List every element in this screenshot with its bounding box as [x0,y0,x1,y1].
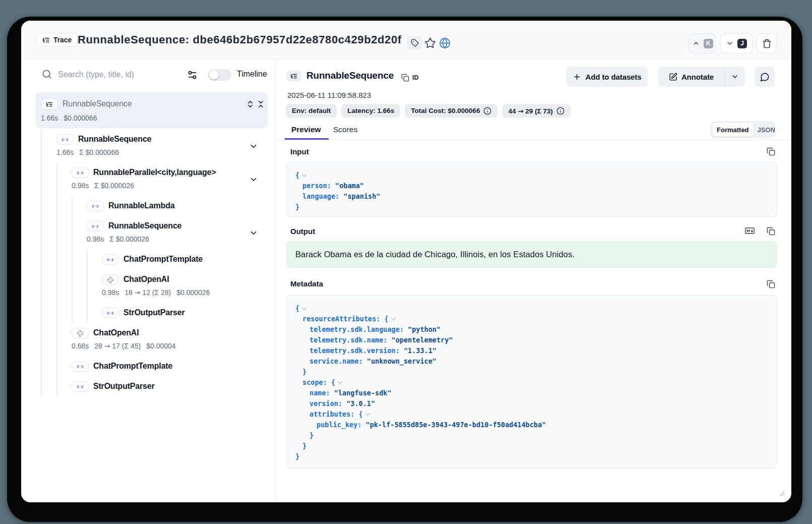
list-tree-icon [42,36,50,44]
tree-indent-guide [56,163,57,397]
collapse-node-chevron[interactable] [249,228,258,238]
globe-button[interactable] [439,37,451,49]
json-value: "spanish" [343,192,380,200]
chevron-down-icon [249,142,258,151]
star-icon [424,37,436,49]
json-line: resourceAttributes: { [295,314,768,324]
json-punctuation: } [309,431,314,439]
tree-node-metrics: 0.68s28 → 17 (Σ 45)$0.00004 [72,342,176,350]
shortcut-j-badge: J [737,39,747,48]
json-key: name: [309,389,330,397]
tree-node-label: ChatPromptTemplate [93,362,172,371]
collapse-json-chevron[interactable] [391,316,396,321]
chevron-down-icon [731,73,739,81]
list-tree-icon [290,73,297,80]
trace-type-chip: Trace [36,33,78,47]
copy-metadata-button[interactable] [767,279,776,288]
tab-preview[interactable]: Preview [291,125,321,134]
metric-badge: Latency: 1.66s [341,104,400,118]
info-icon[interactable] [556,107,565,115]
copy-id-button[interactable] [401,74,409,82]
star-button[interactable] [424,37,436,49]
json-key: person: [302,182,331,190]
collapse-json-chevron[interactable] [302,305,307,310]
json-line: { [295,170,768,181]
metadata-json-viewer: {resourceAttributes: {telemetry.sdk.lang… [286,295,777,469]
tree-expand-controls[interactable] [246,100,265,108]
tree-node-metrics: 0.98s16 → 12 (Σ 28)$0.000026 [102,288,210,297]
move-horizontal-badge [56,134,74,145]
arrow-right-glyph: → [518,107,523,115]
json-key: version: [309,399,342,407]
metric-badge: 44 → 29 (Σ 73) [502,104,570,118]
tab-scores[interactable]: Scores [333,125,357,134]
tree-node-metrics: 0.98sΣ $0.000026 [72,182,134,190]
copy-icon [401,74,409,82]
annotate-dropdown[interactable] [725,73,745,81]
copy-icon [767,280,775,288]
next-trace-button[interactable]: J [720,33,753,53]
tree-node-label: StrOutputParser [93,382,154,391]
json-punctuation: { [331,378,335,386]
trace-chip-label: Trace [53,36,72,44]
tree-node-label: ChatOpenAI [93,328,139,337]
tag-button[interactable] [407,36,422,50]
json-value: "obama" [335,182,364,190]
json-line: language: "spanish" [295,191,768,202]
tree-node-label: ChatOpenAI [123,275,169,284]
move-horizontal-badge [102,308,119,318]
view-formatted-option[interactable]: Formatted [712,123,754,137]
json-line: version: "3.0.1" [295,398,768,409]
output-content: Barack Obama es de la ciudad de Chicago,… [286,241,777,268]
add-to-datasets-button[interactable]: Add to datasets [567,67,648,87]
json-value: "3.0.1" [346,399,375,407]
copy-input-button[interactable] [767,147,776,156]
annotate-button[interactable]: Annotate [658,67,745,87]
comments-button[interactable] [755,67,775,87]
annotate-main[interactable]: Annotate [658,73,724,81]
json-line: { [295,303,768,314]
output-section-label: Output [290,227,315,236]
collapse-json-chevron[interactable] [338,379,343,384]
json-line: telemetry.sdk.language: "python" [295,324,768,335]
json-line: } [295,202,768,212]
tree-node-label: ChatPromptTemplate [123,255,203,264]
resize-handle-icon[interactable] [779,491,785,496]
delete-trace-button[interactable] [757,33,777,53]
move-horizontal-badge [87,201,104,211]
input-json-viewer: {person: "obama"language: "spanish"} [286,162,777,217]
metric-badge: Total Cost: $0.000066 [405,104,497,118]
view-mode-toggle: Formatted JSON [711,121,775,138]
list-tree-badge [41,99,58,109]
json-value: "pk-lf-5855d85e-3943-497e-bd10-f50ad414b… [366,421,546,429]
tree-node-label: StrOutputParser [123,308,184,317]
tree-node-metrics: 1.66s$0.000066 [41,114,97,122]
id-label: ID [412,74,419,81]
view-json-option[interactable]: JSON [754,123,779,137]
move-horizontal-icon [92,203,99,210]
fan-icon [107,276,114,283]
trace-tree-sidebar: Timeline RunnableSequence1.66s$0.000066R… [21,59,276,502]
collapse-node-chevron[interactable] [249,142,258,151]
copy-output-button[interactable] [767,226,776,236]
json-line: attributes: { [295,409,768,420]
json-punctuation: { [295,304,299,312]
collapse-json-chevron[interactable] [302,172,307,177]
globe-icon [439,37,451,49]
tree-indent-guide [87,250,88,323]
collapse-node-chevron[interactable] [249,175,258,184]
markdown-toggle-button[interactable] [744,226,756,235]
collapse-json-chevron[interactable] [365,411,370,416]
json-key: attributes: [309,410,354,418]
json-line: telemetry.sdk.version: "1.33.1" [295,345,768,356]
copy-icon [767,147,775,156]
json-line: } [295,367,768,377]
chat-bubble-icon [760,72,770,82]
tree-indent-guide [41,130,42,397]
json-value: "1.33.1" [404,346,436,355]
chevrons-down-up-icon [257,100,265,108]
info-icon[interactable] [483,107,491,115]
previous-trace-button[interactable]: K [689,33,716,53]
tree-node-metrics: 1.66sΣ $0.000066 [56,148,119,156]
move-horizontal-icon [61,136,69,143]
